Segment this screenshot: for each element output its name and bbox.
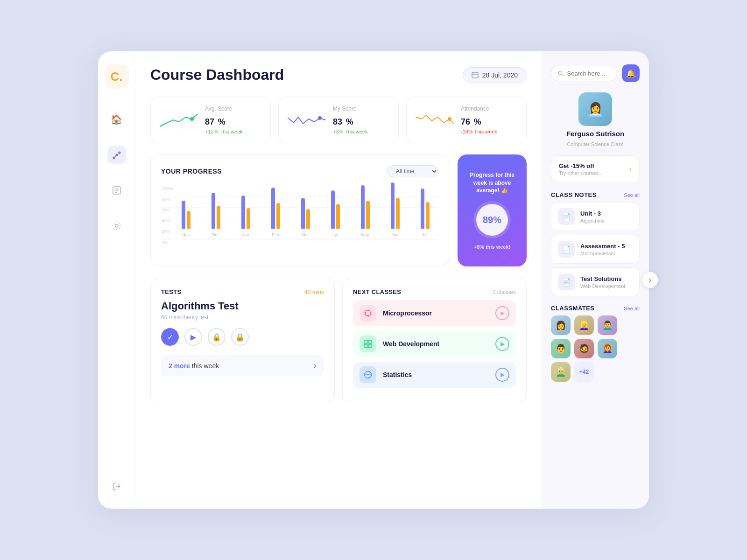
class-notes-see-all[interactable]: See all: [624, 192, 640, 198]
note-icon-assessment5: 📄: [558, 241, 575, 258]
bar-pair: [301, 182, 310, 229]
bar-purple: [301, 198, 305, 229]
bar-orange: [366, 201, 370, 229]
svg-point-9: [115, 224, 118, 227]
class-icon-microprocessor: [359, 305, 376, 322]
page-title: Course Dashboard: [150, 66, 284, 84]
class-item-microprocessor[interactable]: Microprocessor ▶: [353, 300, 516, 326]
note-info-unit3: Unit - 3 Algorithms: [580, 210, 605, 224]
progress-section: YOUR PROGRESS All time This month This w…: [150, 154, 527, 266]
avg-score-change: +12% This week: [205, 129, 261, 134]
bar-group: Apr: [322, 182, 349, 237]
classmates-grid: 👩 👱‍♀️ 👨‍🦱 👨 🧔 👩‍🦰 👨‍🦳 +42: [551, 315, 640, 382]
test-play-btn[interactable]: ▶: [184, 328, 202, 346]
class-play-microprocessor[interactable]: ▶: [495, 306, 509, 320]
avg-score-label: Avg. Score: [205, 105, 261, 112]
main-content: Course Dashboard 28 Jul, 2020: [135, 51, 542, 509]
tests-card: TESTS 40 mins Algorithms Test 60 mins th…: [150, 278, 335, 403]
attendance-value: 76 %: [461, 113, 517, 128]
class-play-webdev[interactable]: ▶: [495, 337, 509, 351]
svg-rect-17: [366, 311, 370, 315]
date-text: 28 Jul, 2020: [482, 71, 518, 79]
svg-rect-28: [364, 344, 367, 348]
grid-icon: [364, 340, 372, 348]
class-item-webdev[interactable]: Web Development ▶: [353, 331, 516, 357]
my-score-info: My Score 83 % +3% This week: [333, 105, 389, 134]
sidebar-item-tasks[interactable]: [107, 181, 126, 200]
svg-line-3: [115, 156, 116, 157]
profile-class: Computer Science Class: [567, 141, 623, 147]
promo-title: Get -15% off: [559, 162, 603, 169]
classmate-avatar-3[interactable]: 👨‍🦱: [598, 315, 617, 335]
stat-card-my-score: My Score 83 % +3% This week: [278, 97, 399, 143]
app-logo: C.: [105, 64, 129, 89]
avg-score-number: 87: [205, 117, 214, 126]
progress-filter[interactable]: All time This month This week: [387, 165, 438, 177]
notification-button[interactable]: 🔔: [622, 64, 640, 82]
bar-pair: [331, 182, 340, 229]
bar-pair: [271, 182, 280, 229]
tests-section-title: TESTS: [161, 288, 181, 295]
note-item-testsolutions[interactable]: 📄 Test Solutions Web Developement: [551, 267, 640, 296]
sidebar-item-analytics[interactable]: [107, 146, 126, 164]
next-classes-title: NEXT CLASSES: [353, 288, 401, 295]
search-input[interactable]: [567, 70, 610, 77]
attendance-chart: [416, 109, 453, 131]
highlight-text: Progress for this week is above average!…: [466, 171, 518, 195]
classmate-avatar-7[interactable]: 👨‍🦳: [551, 362, 571, 382]
classmates-title: CLASSMATES: [551, 305, 595, 312]
class-item-statistics[interactable]: Statistics ▶: [353, 362, 516, 388]
bar-chart: NovDecJanFebMarAprMayJunJul: [172, 186, 438, 246]
note-item-unit3[interactable]: 📄 Unit - 3 Algorithms: [551, 202, 640, 231]
classmate-avatar-6[interactable]: 👩‍🦰: [598, 339, 617, 358]
note-sub-unit3: Algorithms: [580, 218, 605, 224]
bar-purple: [241, 196, 245, 229]
test-check-btn[interactable]: ✓: [161, 328, 179, 346]
classmates-more[interactable]: +42: [574, 362, 594, 382]
my-score-label: My Score: [333, 105, 389, 112]
classmate-avatar-4[interactable]: 👨: [551, 339, 571, 358]
search-icon: [558, 70, 564, 77]
more-week-row[interactable]: 2 more this week ›: [161, 355, 324, 376]
sidebar-item-home[interactable]: 🏠: [107, 110, 126, 129]
highlight-percent: 89%: [483, 215, 501, 225]
bar-label: May: [361, 232, 369, 237]
classmates-see-all[interactable]: See all: [624, 306, 640, 311]
test-lock-btn-2[interactable]: 🔒: [231, 328, 249, 346]
note-sub-assessment5: Microprocessor: [580, 251, 625, 256]
bar-orange: [217, 206, 220, 229]
highlight-week: +8% this week!: [474, 244, 511, 250]
svg-rect-27: [368, 340, 372, 343]
attendance-number: 76: [461, 117, 470, 126]
classmate-avatar-1[interactable]: 👩: [551, 315, 571, 335]
class-name-microprocessor: Microprocessor: [383, 309, 489, 317]
bar-orange: [336, 204, 340, 229]
classmate-avatar-5[interactable]: 🧔: [574, 339, 594, 358]
next-classes-card: NEXT CLASSES 3 classes: [342, 278, 527, 403]
more-week-suffix: this week: [190, 362, 219, 370]
sidebar-item-settings[interactable]: [107, 217, 126, 235]
avg-score-unit: %: [218, 117, 226, 126]
class-icon-statistics: [359, 366, 376, 383]
highlight-circle: 89%: [473, 201, 511, 238]
bar-purple: [361, 185, 365, 229]
tests-time: 40 mins: [304, 289, 324, 295]
classmate-avatar-2[interactable]: 👱‍♀️: [574, 315, 594, 335]
bar-group: Nov: [172, 182, 199, 237]
bar-pair: [211, 182, 220, 229]
note-item-assessment5[interactable]: 📄 Assessment - 5 Microprocessor: [551, 235, 640, 264]
sidebar-item-logout[interactable]: [107, 477, 126, 496]
progress-header: YOUR PROGRESS All time This month This w…: [161, 165, 438, 177]
promo-card[interactable]: Get -15% off Try other courses... ›: [551, 155, 640, 183]
bar-purple: [421, 189, 424, 229]
note-title-unit3: Unit - 3: [580, 210, 605, 217]
test-lock-btn-1[interactable]: 🔒: [208, 328, 226, 346]
class-name-webdev: Web Development: [383, 340, 489, 348]
class-play-statistics[interactable]: ▶: [495, 368, 509, 382]
svg-point-14: [190, 117, 194, 121]
search-box: [551, 66, 617, 81]
chip-icon: [364, 309, 372, 317]
more-week-arrow: ›: [314, 361, 317, 371]
bar-group: Jan: [232, 182, 259, 237]
progress-highlight: Progress for this week is above average!…: [458, 154, 527, 266]
